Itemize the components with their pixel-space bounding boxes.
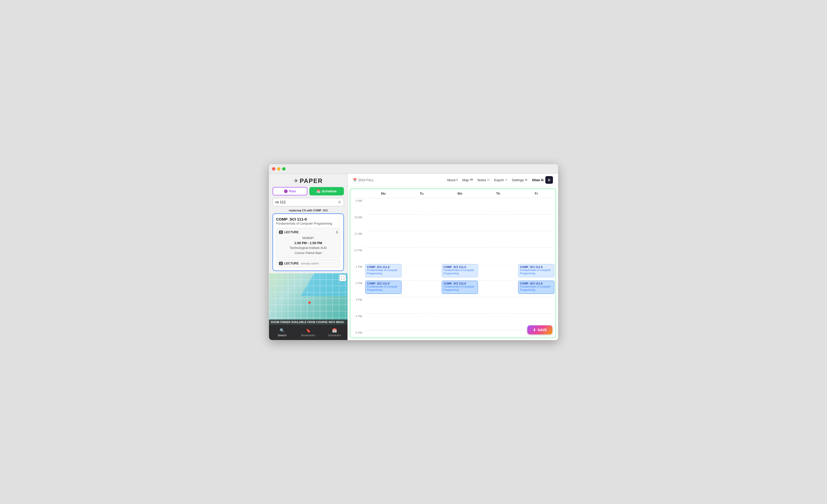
schedule-label: Schedule	[322, 189, 337, 193]
notes-button[interactable]: Notes ✏	[478, 178, 490, 182]
day-col-tu	[402, 198, 441, 338]
section-1-num: 1	[279, 230, 283, 234]
user-avatar: D	[545, 176, 553, 184]
day-col-fr: COMP_SCI 111-0 Fundamentals of Computer …	[517, 198, 555, 338]
calendar-wrapper: Mo Tu We Th Fr 9 AM 10 AM 11 AM 12 PM	[350, 188, 556, 338]
event-fr-1[interactable]: COMP_SCI 111-0 Fundamentals of Computer …	[518, 264, 554, 277]
settings-label: Settings	[512, 178, 524, 182]
settings-icon: ⚙	[525, 178, 528, 182]
semester-label: 2023 FALL	[358, 178, 374, 182]
notes-icon: ✏	[487, 178, 490, 182]
replacing-prefix: replacing	[289, 209, 302, 212]
map-streets	[269, 273, 347, 325]
plan-button[interactable]: 🟣 Plan	[273, 187, 307, 195]
map-banner: ROOM FINDER AVAILABLE FROM COURSE INFO M…	[269, 320, 347, 325]
bottom-nav-bookmarks-label: Bookmarks	[301, 334, 315, 337]
about-label: About	[447, 178, 455, 182]
time-3pm: 3 PM	[350, 297, 364, 314]
map-label: Map	[462, 178, 469, 182]
map-button[interactable]: Map 🗺	[462, 178, 473, 182]
time-5pm: 5 PM	[350, 330, 364, 338]
time-gutter: 9 AM 10 AM 11 AM 12 PM 1 PM 2 PM 3 PM 4 …	[350, 198, 364, 338]
cal-day-th: Th	[479, 189, 518, 198]
section-2-type: LECTURE	[284, 262, 299, 265]
course-card: COMP_SCI 111-0 Fundamentals of Computer …	[273, 213, 344, 271]
calendar-scroll[interactable]: 9 AM 10 AM 11 AM 12 PM 1 PM 2 PM 3 PM 4 …	[350, 198, 555, 338]
event-mo-1[interactable]: COMP_SCI 111-0 Fundamentals of Computer …	[365, 264, 401, 277]
save-label: SAVE	[537, 328, 547, 332]
view-toggle: 🟣 Plan 📅 Schedule	[269, 187, 347, 198]
export-button[interactable]: Export ↗	[494, 178, 507, 182]
event-we-2[interactable]: COMP_SCI 111-0 Fundamentals of Computer …	[442, 281, 478, 294]
section-2-block[interactable]: 2 LECTURE already added	[276, 259, 340, 268]
export-icon: ↗	[505, 178, 507, 182]
main-content: 📅 2023 FALL About ℹ Map 🗺 Notes ✏	[348, 174, 558, 340]
section-1-days: MoWeFr	[279, 236, 338, 240]
replacing-new: COMP_SCI	[313, 209, 327, 212]
time-2pm: 2 PM	[350, 281, 364, 297]
time-1pm: 1 PM	[350, 264, 364, 281]
event-fr-2[interactable]: COMP_SCI 111-0 Fundamentals of Computer …	[518, 281, 554, 294]
bottom-nav-schedules-label: Schedules	[328, 334, 341, 337]
event-we-1[interactable]: COMP_SCI 111-0 Fundamentals of Computer …	[442, 264, 478, 277]
event-we-2-subtitle: Fundamentals of Computer Programming	[443, 285, 476, 292]
calendar-icon: 📅	[353, 178, 357, 182]
calendar-header: Mo Tu We Th Fr	[350, 189, 555, 198]
map-pin-icon: 📍	[306, 301, 312, 306]
map-placeholder: 📍 ⛶ ROOM FINDER AVAILABLE FROM COURSE IN…	[269, 273, 347, 325]
notes-label: Notes	[478, 178, 486, 182]
traffic-lights	[272, 167, 286, 171]
map-area: 📍 ⛶ ROOM FINDER AVAILABLE FROM COURSE IN…	[269, 273, 347, 325]
time-4pm: 4 PM	[350, 314, 364, 330]
sidebar: ✈ PAPER 🟣 Plan 📅 Schedule ✕	[269, 174, 348, 340]
calendar-grid: 9 AM 10 AM 11 AM 12 PM 1 PM 2 PM 3 PM 4 …	[350, 198, 555, 338]
search-clear-button[interactable]: ✕	[338, 200, 341, 205]
replacing-with: with	[306, 209, 313, 212]
section-1-block[interactable]: 1 LECTURE ℹ MoWeFr 1:00 PM - 1:50 PM Tec…	[276, 228, 340, 258]
sidebar-header: ✈ PAPER	[269, 174, 347, 187]
replacing-old: CS	[302, 209, 306, 212]
app-body: ✈ PAPER 🟣 Plan 📅 Schedule ✕	[269, 174, 558, 340]
section-1-location: Technological Institute AUD	[279, 246, 338, 250]
map-expand-button[interactable]: ⛶	[339, 275, 346, 281]
section-1-instructor: Connor Patrick Bain	[279, 251, 338, 256]
save-button[interactable]: ⬇ SAVE	[527, 325, 552, 334]
replacing-hint: replacing CS with COMP_SCI	[269, 208, 347, 213]
bottom-nav-search[interactable]: 🔍 Search	[269, 325, 295, 340]
event-fr-2-subtitle: Fundamentals of Computer Programming	[520, 285, 553, 292]
event-mo-1-subtitle: Fundamentals of Computer Programming	[367, 269, 400, 275]
day-col-mo: COMP_SCI 111-0 Fundamentals of Computer …	[364, 198, 402, 338]
minimize-button[interactable]	[277, 167, 280, 171]
course-id: COMP_SCI 111-0	[276, 217, 340, 221]
settings-button[interactable]: Settings ⚙	[512, 178, 528, 182]
export-label: Export	[494, 178, 504, 182]
event-mo-2[interactable]: COMP_SCI 111-0 Fundamentals of Computer …	[365, 281, 401, 294]
cal-header-empty	[350, 189, 364, 198]
section-2-num: 2	[279, 262, 283, 265]
map-icon: 🗺	[470, 178, 473, 182]
day-col-we: COMP_SCI 111-0 Fundamentals of Computer …	[441, 198, 479, 338]
bottom-nav-bookmarks[interactable]: 🔖 Bookmarks	[295, 325, 321, 340]
close-button[interactable]	[272, 167, 275, 171]
bottom-nav-schedules[interactable]: 📅 Schedules	[321, 325, 347, 340]
about-icon: ℹ	[456, 178, 458, 182]
section-1-info-icon[interactable]: ℹ	[336, 230, 338, 234]
cal-day-fr: Fr	[517, 189, 555, 198]
course-search-input[interactable]	[275, 200, 338, 204]
paper-plane-icon: ✈	[294, 178, 298, 184]
about-button[interactable]: About ℹ	[447, 178, 458, 182]
plan-label: Plan	[289, 189, 296, 193]
schedule-button[interactable]: 📅 Schedule	[309, 187, 344, 195]
course-name: Fundamentals of Computer Programming	[276, 222, 340, 225]
event-fr-2-title: COMP_SCI 111-0	[520, 282, 553, 285]
event-fr-1-title: COMP_SCI 111-0	[520, 266, 553, 269]
section-2-header: 2 LECTURE already added	[279, 262, 319, 265]
bottom-nav-search-label: Search	[278, 334, 287, 337]
search-icon: 🔍	[280, 328, 285, 333]
event-we-2-title: COMP_SCI 111-0	[443, 282, 476, 285]
section-1-time: 1:00 PM - 1:50 PM	[279, 240, 338, 246]
maximize-button[interactable]	[282, 167, 286, 171]
search-area: ✕	[269, 198, 347, 208]
time-10am: 10 AM	[350, 215, 364, 231]
time-9am: 9 AM	[350, 198, 364, 215]
